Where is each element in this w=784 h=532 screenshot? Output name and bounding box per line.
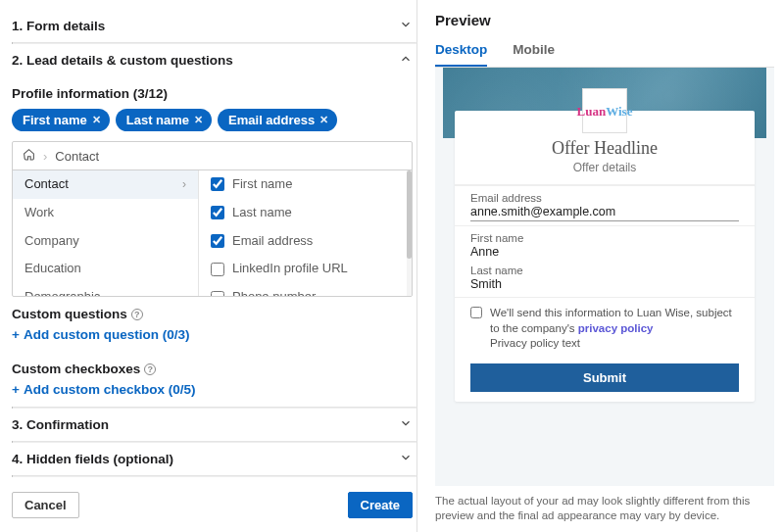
accordion-label: 2. Lead details & custom questions (12, 53, 233, 68)
category-list: Contact › Work Company Education Demogra… (13, 170, 199, 296)
close-icon[interactable]: ✕ (319, 114, 328, 126)
consent-checkbox[interactable] (470, 307, 482, 318)
plus-icon: + (12, 382, 20, 397)
chevron-down-icon (399, 18, 413, 34)
offer-headline: Offer Headline (470, 138, 739, 159)
profile-pills: First name ✕ Last name ✕ Email address ✕ (12, 109, 413, 131)
create-button[interactable]: Create (348, 492, 413, 518)
option-linkedin-url[interactable]: LinkedIn profile URL (199, 255, 412, 283)
accordion-confirmation[interactable]: 3. Confirmation (12, 409, 416, 441)
chevron-up-icon (399, 52, 413, 69)
category-company[interactable]: Company (13, 227, 198, 256)
custom-checkboxes-heading: Custom checkboxes ? (12, 362, 413, 376)
last-name-label: Last name (470, 265, 739, 276)
profile-heading: Profile information (3/12) (12, 86, 413, 101)
pill-last-name[interactable]: Last name ✕ (116, 109, 212, 131)
accordion-label: 1. Form details (12, 19, 105, 33)
preview-area: LuanWise Offer Headline Offer details Em… (435, 68, 774, 486)
email-label: Email address (470, 192, 739, 204)
avatar: LuanWise (582, 88, 627, 133)
divider (12, 475, 416, 477)
consent-row: We'll send this information to Luan Wise… (455, 297, 755, 360)
first-name-field[interactable]: Anne (470, 244, 739, 261)
option-phone[interactable]: Phone number (199, 283, 412, 296)
accordion-hidden-fields[interactable]: 4. Hidden fields (optional) (12, 443, 416, 475)
add-custom-checkbox-link[interactable]: + Add custom checkbox (0/5) (12, 382, 195, 397)
close-icon[interactable]: ✕ (194, 114, 203, 126)
category-work[interactable]: Work (13, 199, 198, 227)
form-card: LuanWise Offer Headline Offer details Em… (455, 111, 755, 402)
accordion-form-details[interactable]: 1. Form details (12, 10, 416, 42)
pill-first-name[interactable]: First name ✕ (12, 109, 110, 131)
field-picker: › Contact Contact › Work Company Educati… (12, 141, 413, 297)
tab-desktop[interactable]: Desktop (435, 38, 487, 67)
breadcrumb-current: Contact (55, 149, 99, 164)
last-name-field[interactable]: Smith (470, 276, 739, 293)
chevron-down-icon (399, 416, 413, 433)
help-icon[interactable]: ? (131, 309, 143, 320)
plus-icon: + (12, 327, 20, 342)
privacy-policy-text: Privacy policy text (490, 336, 739, 352)
add-custom-question-link[interactable]: + Add custom question (0/3) (12, 327, 189, 342)
preview-title: Preview (435, 12, 774, 28)
option-last-name[interactable]: Last name (199, 199, 412, 227)
ad-mock: LuanWise Offer Headline Offer details Em… (443, 68, 766, 402)
pill-email[interactable]: Email address ✕ (218, 109, 337, 131)
email-field[interactable]: anne.smith@example.com (470, 204, 739, 221)
help-icon[interactable]: ? (144, 363, 156, 375)
accordion-label: 4. Hidden fields (optional) (12, 452, 173, 466)
first-name-label: First name (470, 232, 739, 244)
custom-questions-heading: Custom questions ? (12, 307, 413, 321)
option-list: First name Last name Email address Linke… (199, 170, 412, 296)
breadcrumb-sep: › (43, 149, 47, 164)
category-education[interactable]: Education (13, 255, 198, 283)
tab-mobile[interactable]: Mobile (513, 38, 555, 67)
accordion-label: 3. Confirmation (12, 417, 109, 432)
category-contact[interactable]: Contact › (13, 170, 198, 199)
home-icon (23, 148, 35, 164)
option-email[interactable]: Email address (199, 227, 412, 256)
category-demographic[interactable]: Demographic (13, 283, 198, 296)
option-first-name[interactable]: First name (199, 170, 412, 199)
submit-button[interactable]: Submit (470, 363, 739, 392)
chevron-down-icon (399, 451, 413, 467)
chevron-right-icon: › (182, 175, 186, 194)
breadcrumb[interactable]: › Contact (13, 142, 412, 170)
preview-note: The actual layout of your ad may look sl… (435, 494, 774, 524)
offer-details: Offer details (470, 161, 739, 174)
accordion-lead-details[interactable]: 2. Lead details & custom questions (12, 44, 416, 76)
preview-tabs: Desktop Mobile (435, 38, 774, 68)
privacy-policy-link[interactable]: privacy policy (578, 322, 654, 334)
cancel-button[interactable]: Cancel (12, 492, 79, 518)
close-icon[interactable]: ✕ (92, 114, 101, 126)
scrollbar[interactable] (407, 170, 412, 296)
